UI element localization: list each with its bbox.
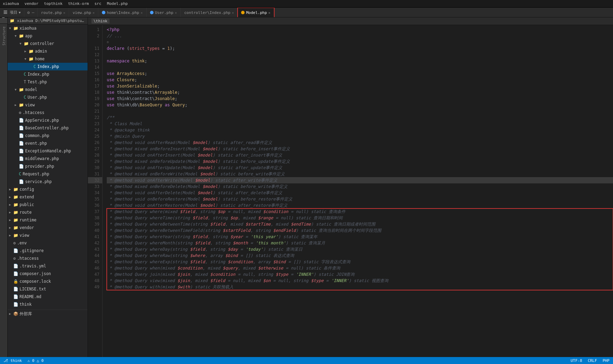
tab-controller-index-close[interactable]: ✕ bbox=[232, 11, 234, 15]
tree-item-config[interactable]: ▶ 📁 config bbox=[8, 185, 88, 193]
tree-item-view-folder[interactable]: ▶ 📁 view bbox=[8, 232, 88, 239]
tree-item-public[interactable]: ▶ 📁 public bbox=[8, 201, 88, 208]
tab-model[interactable]: Model.php ✕ bbox=[238, 8, 274, 17]
tab-view-close[interactable]: ✕ bbox=[92, 11, 95, 15]
tree-item-gitignore[interactable]: 📄 .gitignore bbox=[8, 247, 88, 255]
status-branch[interactable]: ⎇ think bbox=[3, 358, 22, 363]
tree-item-view[interactable]: ▶ 📁 view bbox=[8, 101, 88, 109]
tree-item-basecontroller[interactable]: 📄 BaseController.php bbox=[8, 124, 88, 132]
tab-user-icon bbox=[150, 11, 154, 14]
tree-item-request[interactable]: C Request.php bbox=[8, 170, 88, 178]
tree-item-htaccess[interactable]: ⚙ .htaccess bbox=[8, 109, 88, 116]
sidebar: 📁 xiaohua D:\PHPStudyV8\phpstudy_pro\WW … bbox=[8, 17, 88, 357]
tree-item-test-php[interactable]: T Test.php bbox=[8, 78, 88, 86]
think-orm-menu[interactable]: think-orm bbox=[68, 1, 89, 6]
code-content[interactable]: <?php // ... ⊕ declare (strict_types = 1… bbox=[103, 25, 613, 357]
tree-item-exceptionhandle[interactable]: 📄 ExceptionHandle.php bbox=[8, 147, 88, 155]
status-language[interactable]: PHP bbox=[603, 358, 610, 363]
vtab-structure[interactable]: Structure bbox=[0, 23, 7, 48]
tab-home-index-close[interactable]: ✕ bbox=[141, 11, 143, 15]
tree-item-service[interactable]: 📄 service.php bbox=[8, 178, 88, 185]
code-line-34: * @method void onAfterDelete(Model $mode… bbox=[107, 190, 613, 196]
code-line-15: use ArrayAccess; bbox=[107, 70, 613, 77]
tree-item-route[interactable]: ▶ 📁 route bbox=[8, 208, 88, 216]
code-line-22: /** bbox=[107, 114, 613, 121]
code-line-25: * @mixin Query bbox=[107, 133, 613, 139]
vendor-menu[interactable]: vendor bbox=[24, 1, 38, 6]
tree-item-think[interactable]: 📄 think bbox=[8, 301, 88, 308]
tab-home-index-label: home\Index.php bbox=[107, 10, 139, 15]
code-line-41: * @method Query whereYear(string $field,… bbox=[107, 234, 613, 240]
status-lineending[interactable]: CRLF bbox=[588, 358, 597, 363]
code-line-37: * @method Query where(mixed $field, stri… bbox=[107, 208, 613, 215]
tree-item-user-php[interactable]: C User.php bbox=[8, 93, 88, 101]
code-line-23: * Class Model bbox=[107, 121, 613, 127]
tree-item-index-php-selected[interactable]: C Index.php bbox=[8, 63, 88, 70]
tab-model-icon bbox=[241, 11, 245, 14]
tab-model-label: Model.php bbox=[246, 10, 267, 15]
tree-item-runtime[interactable]: ▶ 📁 runtime bbox=[8, 216, 88, 224]
tree-item-home[interactable]: ▼ 📁 home bbox=[8, 55, 88, 63]
code-line-19: use think\contract\Jsonable; bbox=[107, 96, 613, 102]
src-menu[interactable]: src bbox=[95, 1, 102, 6]
tree-item-composerjson[interactable]: 📄 composer.json bbox=[8, 270, 88, 278]
code-line-49: * @method Query with(mixed $with) static… bbox=[107, 284, 613, 290]
tree-item-env[interactable]: ⚙ .env bbox=[8, 239, 88, 247]
tab-home-index-icon bbox=[102, 11, 105, 14]
tab-route-label: route.php bbox=[41, 10, 62, 15]
tree-item-composerlock[interactable]: 🔒 composer.lock bbox=[8, 278, 88, 285]
tree-item-admin[interactable]: ▶ 📁 admin bbox=[8, 47, 88, 55]
code-line-46: * @method Query when(mixed $condition, m… bbox=[107, 265, 613, 271]
toolbar-icons: ⚙ — bbox=[24, 8, 37, 17]
code-line-44: * @method Query whereRaw(string $where, … bbox=[107, 252, 613, 259]
sidebar-root: 📁 xiaohua D:\PHPStudyV8\phpstudy_pro\WW bbox=[8, 17, 88, 24]
breadcrumb: \think bbox=[88, 17, 613, 25]
tab-model-close[interactable]: ✕ bbox=[268, 11, 270, 15]
code-line-48: * @method Query view(mixed $join, mixed … bbox=[107, 278, 613, 284]
tree-item-license[interactable]: 📄 LICENSE.txt bbox=[8, 285, 88, 293]
tree-item-middleware[interactable]: 📄 middleware.php bbox=[8, 155, 88, 162]
highlighted-block: * @method Query where(mixed $field, stri… bbox=[107, 208, 613, 290]
tree-item-event[interactable]: 📄 event.php bbox=[8, 139, 88, 147]
code-line-36: * @method void onAfterRestore(Model $mod… bbox=[107, 202, 613, 208]
code-line-32: * @method void onAfterWrite(Model $model… bbox=[107, 177, 613, 183]
tab-user-close[interactable]: ✕ bbox=[175, 11, 177, 15]
code-line-39: * @method Query whereBetweenTime(string … bbox=[107, 221, 613, 227]
status-bar: ⎇ think ⚠ 0 △ 0 UTF-8 CRLF PHP bbox=[0, 357, 613, 364]
tree-item-extend[interactable]: ▶ 📁 extend bbox=[8, 193, 88, 201]
tree-item-model[interactable]: ▼ 📁 model bbox=[8, 86, 88, 93]
status-errors: ⚠ 0 △ 0 bbox=[28, 358, 44, 363]
code-line-11: declare (strict_types = 1); bbox=[107, 45, 613, 52]
app-name: xiaohua bbox=[3, 1, 19, 6]
tab-view[interactable]: view.php ✕ bbox=[69, 8, 98, 17]
tab-route[interactable]: route.php ✕ bbox=[38, 8, 69, 17]
tree-item-appservice[interactable]: 📄 AppService.php bbox=[8, 116, 88, 124]
tree-item-index-php2[interactable]: C Index.php bbox=[8, 70, 88, 78]
code-line-13: namespace think; bbox=[107, 58, 613, 64]
code-line-31: * @method mixed onBeforeWrite(Model $mod… bbox=[107, 171, 613, 177]
vtab-project[interactable]: 项目 bbox=[0, 17, 7, 23]
status-encoding[interactable]: UTF-8 bbox=[571, 358, 582, 363]
tree-item-xiaohua[interactable]: ▼ 📁 xiaohua bbox=[8, 24, 88, 32]
tree-item-travis[interactable]: 📄 .travis.yml bbox=[8, 262, 88, 270]
tree-item-readme[interactable]: 📄 README.md bbox=[8, 293, 88, 301]
tree-item-provider[interactable]: 📄 provider.php bbox=[8, 162, 88, 170]
tab-home-index[interactable]: home\Index.php ✕ bbox=[98, 8, 147, 17]
tab-route-close[interactable]: ✕ bbox=[63, 11, 65, 15]
tree-item-common[interactable]: 📄 common.php bbox=[8, 132, 88, 139]
tree-item-controller[interactable]: ▼ 📁 controller bbox=[8, 40, 88, 47]
tree-item-htaccess2[interactable]: ⚙ .htaccess bbox=[8, 255, 88, 262]
code-line-16: use Closure; bbox=[107, 77, 613, 83]
tree-item-external[interactable]: ▶ 📦 外部库 bbox=[8, 310, 88, 318]
code-line-2: // ... bbox=[107, 33, 613, 39]
tab-user[interactable]: User.php ✕ bbox=[147, 8, 181, 17]
topthink-menu[interactable]: topthink bbox=[44, 1, 62, 6]
code-line-21 bbox=[107, 108, 613, 114]
tree-item-vendor[interactable]: ▶ 📁 vendor bbox=[8, 224, 88, 232]
tab-controller-index[interactable]: controller\Index.php ✕ bbox=[181, 8, 238, 17]
code-line-45: * @method Query whereExp(string $field, … bbox=[107, 259, 613, 265]
code-area[interactable]: 1 2 ... 11 12 13 14 15 16 17 18 19 20 21… bbox=[88, 25, 613, 357]
tree-item-app[interactable]: ▼ 📁 app bbox=[8, 32, 88, 40]
current-file: Model.php bbox=[107, 1, 128, 6]
project-toggle[interactable]: ☰ 项目 ▼ bbox=[0, 8, 24, 17]
